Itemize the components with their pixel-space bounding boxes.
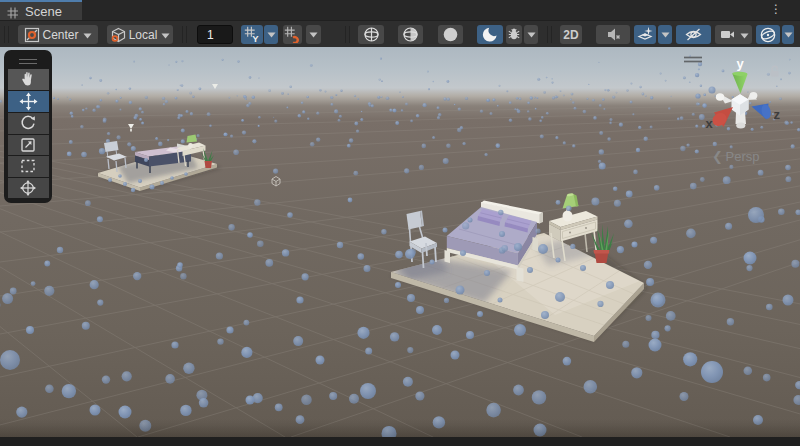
svg-text:x: x — [706, 116, 714, 131]
svg-text:Y: Y — [252, 33, 259, 43]
svg-text:z: z — [774, 107, 781, 122]
svg-text:y: y — [737, 56, 745, 71]
svg-text:❮ Persp: ❮ Persp — [712, 149, 759, 165]
